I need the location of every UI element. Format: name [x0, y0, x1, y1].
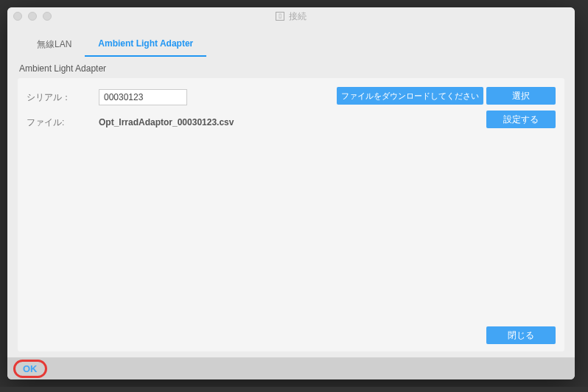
settings-panel: シリアル： ファイル: Opt_IrradAdaptor_00030123.cs… [18, 78, 564, 351]
download-message: ファイルをダウンロードしてください [337, 87, 483, 105]
footer-bar: OK [7, 357, 575, 379]
section-heading: Ambient Light Adapter [18, 63, 564, 74]
serial-input[interactable] [99, 89, 187, 105]
select-button[interactable]: 選択 [486, 87, 556, 105]
dialog-body: 無線LAN Ambient Light Adapter Ambient Ligh… [7, 25, 575, 357]
dialog-window: ▯ 接続 無線LAN Ambient Light Adapter Ambient… [7, 7, 575, 379]
tab-wireless-lan[interactable]: 無線LAN [24, 32, 85, 57]
close-action-wrap: 閉じる [486, 326, 556, 344]
close-window-icon[interactable] [13, 12, 22, 21]
row-file: ファイル: Opt_IrradAdaptor_00030123.csv [27, 112, 556, 133]
tab-ambient-light-adapter[interactable]: Ambient Light Adapter [85, 32, 206, 57]
row1-actions: ファイルをダウンロードしてください 選択 [337, 87, 556, 105]
file-value: Opt_IrradAdaptor_00030123.csv [99, 117, 234, 127]
file-label: ファイル: [27, 116, 99, 129]
configure-button[interactable]: 設定する [486, 111, 556, 128]
minimize-window-icon[interactable] [28, 12, 37, 21]
window-title: 接続 [289, 10, 307, 23]
serial-label: シリアル： [27, 91, 99, 104]
zoom-window-icon[interactable] [43, 12, 52, 21]
tab-bar: 無線LAN Ambient Light Adapter [18, 32, 564, 57]
row2-actions: 設定する [486, 111, 556, 128]
window-controls [13, 12, 52, 21]
close-button[interactable]: 閉じる [486, 326, 556, 344]
ok-button[interactable]: OK [13, 360, 47, 378]
app-icon: ▯ [276, 12, 284, 21]
titlebar: ▯ 接続 [7, 7, 575, 25]
window-title-group: ▯ 接続 [276, 10, 307, 23]
